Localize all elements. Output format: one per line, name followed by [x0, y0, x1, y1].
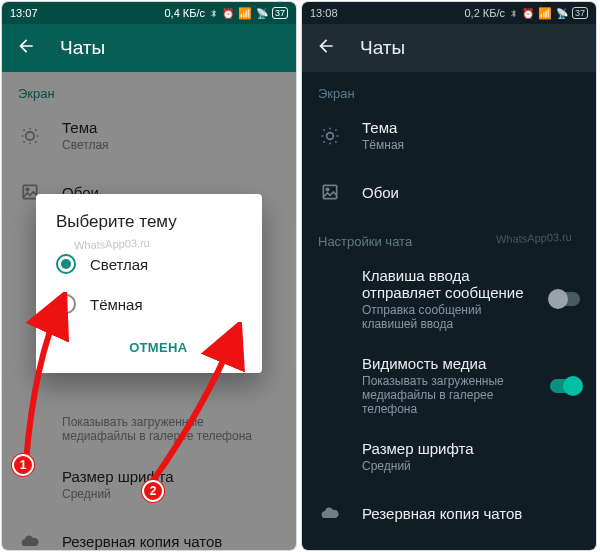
font-row[interactable]: Размер шрифта Средний: [302, 428, 596, 485]
battery-icon: 37: [572, 7, 588, 19]
annotation-badge-2: 2: [142, 480, 164, 502]
clock: 13:08: [310, 7, 338, 19]
svg-point-5: [326, 188, 329, 191]
media-row[interactable]: Видимость медиа Показывать загруженные м…: [302, 343, 596, 428]
wallpaper-row[interactable]: Обои: [302, 164, 596, 220]
history-row[interactable]: История чатов: [302, 541, 596, 550]
wallpaper-icon: [318, 182, 342, 202]
net-speed: 0,4 КБ/с: [164, 7, 205, 19]
font-title: Размер шрифта: [362, 440, 580, 457]
option-light[interactable]: Светлая: [56, 244, 242, 284]
backup-title: Резервная копия чатов: [362, 505, 580, 522]
settings-list: Экран Тема Тёмная Обои Настройки чата: [302, 72, 596, 550]
theme-icon: [318, 126, 342, 146]
backup-row[interactable]: Резервная копия чатов: [302, 485, 596, 541]
svg-rect-4: [323, 185, 336, 198]
media-title: Видимость медиа: [362, 355, 530, 372]
signal-icon: 📶: [538, 7, 552, 20]
phone-light: 13:07 0,4 КБ/с ⏰ 📶 📡 37 Чаты Экран: [2, 2, 296, 550]
radio-icon: [56, 294, 76, 314]
enter-send-title: Клавиша ввода отправляет сообщение: [362, 267, 530, 301]
app-bar: Чаты: [2, 24, 296, 72]
back-icon[interactable]: [16, 36, 36, 60]
enter-send-toggle[interactable]: [550, 292, 580, 306]
net-speed: 0,2 КБ/с: [464, 7, 505, 19]
theme-title: Тема: [362, 119, 580, 136]
theme-row[interactable]: Тема Тёмная: [302, 107, 596, 164]
page-title: Чаты: [360, 37, 405, 59]
phone-dark: 13:08 0,2 КБ/с ⏰ 📶 📡 37 Чаты Экран: [302, 2, 596, 550]
alarm-icon: ⏰: [222, 8, 234, 19]
ok-button[interactable]: ОК: [215, 332, 242, 363]
theme-dialog: Выберите тему Светлая Тёмная ОТМЕНА ОК: [36, 194, 262, 373]
wallpaper-title: Обои: [362, 184, 580, 201]
enter-send-sub: Отправка сообщений клавишей ввода: [362, 303, 530, 331]
theme-sub: Тёмная: [362, 138, 580, 152]
page-title: Чаты: [60, 37, 105, 59]
section-chat: Настройки чата: [302, 220, 596, 255]
section-screen: Экран: [302, 72, 596, 107]
app-bar: Чаты: [302, 24, 596, 72]
back-icon[interactable]: [316, 36, 336, 60]
enter-send-row[interactable]: Клавиша ввода отправляет сообщение Отпра…: [302, 255, 596, 343]
svg-point-3: [327, 132, 334, 139]
wifi-icon: 📡: [556, 8, 568, 19]
clock: 13:07: [10, 7, 38, 19]
annotation-badge-1: 1: [12, 454, 34, 476]
bluetooth-icon: [209, 8, 218, 19]
alarm-icon: ⏰: [522, 8, 534, 19]
wifi-icon: 📡: [256, 8, 268, 19]
option-dark-label: Тёмная: [90, 296, 143, 313]
option-light-label: Светлая: [90, 256, 148, 273]
font-sub: Средний: [362, 459, 580, 473]
bluetooth-icon: [509, 8, 518, 19]
battery-icon: 37: [272, 7, 288, 19]
media-sub: Показывать загруженные медиафайлы в гале…: [362, 374, 530, 416]
radio-icon: [56, 254, 76, 274]
cancel-button[interactable]: ОТМЕНА: [125, 332, 191, 363]
status-bar: 13:07 0,4 КБ/с ⏰ 📶 📡 37: [2, 2, 296, 24]
status-bar: 13:08 0,2 КБ/с ⏰ 📶 📡 37: [302, 2, 596, 24]
cloud-icon: [318, 503, 342, 523]
option-dark[interactable]: Тёмная: [56, 284, 242, 324]
media-toggle[interactable]: [550, 379, 580, 393]
dialog-title: Выберите тему: [56, 212, 242, 232]
signal-icon: 📶: [238, 7, 252, 20]
